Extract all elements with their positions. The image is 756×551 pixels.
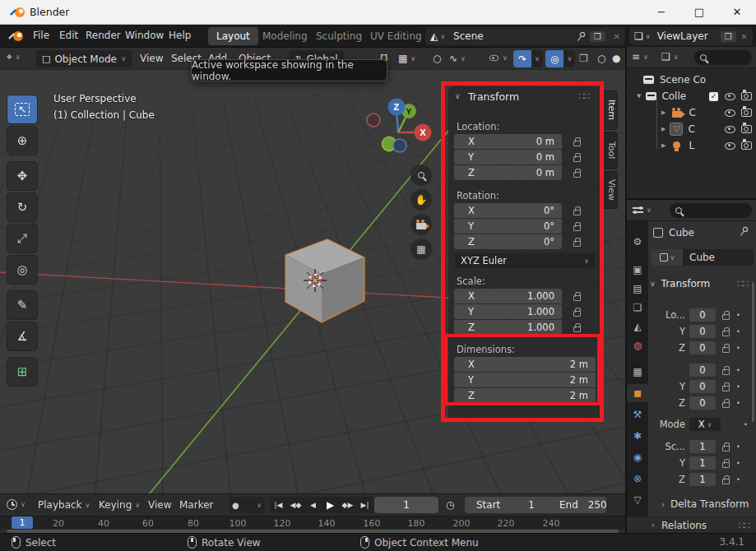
gizmo-toggle[interactable]: ↷ ∨ <box>513 50 543 67</box>
lock-icon[interactable] <box>722 479 730 484</box>
render-visibility-icon[interactable] <box>741 109 752 117</box>
play-reverse-button[interactable]: ◀ <box>304 501 322 509</box>
lock-icon[interactable] <box>573 141 581 146</box>
viewlayer-icon[interactable]: ❏∨ <box>629 27 656 45</box>
outliner-row-collection[interactable]: ▼ Colle ✓ <box>627 88 756 104</box>
drag-handle-icon[interactable]: ∷∷ <box>739 520 749 531</box>
relations-panel-header[interactable]: › Relations ∷∷ <box>627 516 756 533</box>
tab-workspace-layout[interactable]: Layout <box>208 27 258 45</box>
jump-to-start-button[interactable]: |◀ <box>270 501 287 509</box>
proportional-edit-icon[interactable]: ○ <box>433 53 441 64</box>
lock-icon[interactable] <box>722 446 730 451</box>
hide-eye-icon[interactable] <box>725 109 735 117</box>
record-options-icon[interactable]: ∨ <box>257 502 262 509</box>
playback-menu[interactable]: Playback∨ <box>38 499 90 511</box>
lock-icon[interactable] <box>573 172 581 178</box>
rotation-mode-dropdown[interactable]: XYZ Euler∨ <box>455 253 595 268</box>
current-frame-badge[interactable]: 1 <box>12 516 33 529</box>
prop-location-z-row[interactable]: Z0• <box>650 341 740 354</box>
outliner-row-light[interactable]: ▶ L <box>627 137 756 154</box>
lock-icon[interactable] <box>722 462 730 468</box>
animate-dot[interactable]: • <box>736 345 740 352</box>
sidebar-tab-tool[interactable]: Tool <box>601 132 618 169</box>
menu-edit[interactable]: Edit <box>59 30 78 41</box>
collection-checkbox[interactable]: ✓ <box>709 92 718 101</box>
current-frame-field[interactable]: 1 <box>374 497 438 513</box>
lock-icon[interactable] <box>573 241 581 247</box>
tool-select-box-button[interactable]: ↖ <box>7 95 38 124</box>
scale-y-field[interactable]: Y1.000 <box>454 304 562 319</box>
render-visibility-icon[interactable] <box>741 92 752 100</box>
prop-location-x-row[interactable]: Lo...0• <box>650 308 740 322</box>
new-scene-button[interactable]: ❐ <box>590 31 605 42</box>
pan-button[interactable]: ✋ <box>410 189 432 211</box>
tool-annotate-button[interactable]: ✎ <box>7 290 38 320</box>
tab-object-data[interactable]: ▽ <box>627 491 648 509</box>
delta-transform-panel-header[interactable]: ›Delta Transform <box>661 498 749 510</box>
prop-location-y-row[interactable]: Y0• <box>650 325 740 338</box>
menu-file[interactable]: File <box>33 30 49 41</box>
lock-icon[interactable] <box>722 347 730 353</box>
expand-icon[interactable]: ▶ <box>661 109 666 116</box>
scene-name[interactable]: Scene <box>450 30 576 42</box>
tab-workspace-modeling[interactable]: Modeling <box>254 27 316 45</box>
minimize-button[interactable]: − <box>642 0 680 25</box>
drag-handle-icon[interactable]: ∷∷ <box>578 90 589 102</box>
snap-target-button[interactable]: ▦∨ <box>398 53 415 64</box>
object-type-dropdown[interactable]: ∨ <box>652 249 683 266</box>
scale-z-field[interactable]: Z1.000 <box>454 320 562 335</box>
lock-icon[interactable] <box>722 369 730 375</box>
editor-type-button[interactable]: ⌖∨ <box>7 51 21 63</box>
lock-icon[interactable] <box>573 156 581 162</box>
shading-solid-icon[interactable]: ● <box>612 53 620 64</box>
prop-rotation-mode-row[interactable]: ModeX∨• <box>650 418 748 431</box>
prev-keyframe-button[interactable]: ◀◆ <box>287 501 304 509</box>
sidebar-tab-item[interactable]: Item <box>601 90 618 130</box>
object-visibility-button[interactable]: ∨ <box>489 54 508 62</box>
lock-icon[interactable] <box>573 210 581 215</box>
new-viewlayer-button[interactable]: ❐ <box>721 31 736 42</box>
zoom-button[interactable] <box>410 164 432 186</box>
tab-tool[interactable]: ⚙ <box>627 233 648 251</box>
lock-icon[interactable] <box>573 326 581 332</box>
animate-dot[interactable]: • <box>736 476 740 484</box>
expand-icon[interactable]: ▶ <box>661 142 666 149</box>
outliner-row-cube[interactable]: ▶ ▽ C <box>627 121 756 137</box>
rotation-x-field[interactable]: X0° <box>454 203 562 218</box>
overlays-toggle[interactable]: ◎ ∨ <box>545 50 575 67</box>
prop-scale-z-row[interactable]: Z1• <box>650 473 740 486</box>
transform-panel-header[interactable]: ∨ Transform <box>650 278 710 289</box>
breadcrumb-object-name[interactable]: Cube <box>669 227 694 238</box>
animate-dot[interactable]: • <box>736 400 740 407</box>
animate-dot[interactable]: • <box>736 383 740 391</box>
next-keyframe-button[interactable]: ◆▶ <box>339 501 356 509</box>
scale-x-field[interactable]: X1.000 <box>454 289 562 303</box>
ortho-toggle-button[interactable]: ▦ <box>410 238 432 260</box>
outliner-row-camera[interactable]: ▶ C <box>627 104 756 121</box>
tab-constraints[interactable]: ⊗ <box>627 470 648 488</box>
properties-editor-type-button[interactable]: ∨ <box>633 206 652 215</box>
object-name-field[interactable]: Cube <box>683 249 754 266</box>
dimensions-z-field[interactable]: Z2 m <box>454 388 596 403</box>
tool-add-cube-button[interactable]: ⊞ <box>7 357 38 387</box>
tool-rotate-button[interactable]: ↻ <box>7 192 38 222</box>
lock-icon[interactable] <box>722 314 730 320</box>
tab-output[interactable]: ▤ <box>627 280 648 298</box>
properties-search-input[interactable] <box>670 203 752 218</box>
timeline-editor-type-button[interactable]: ∨ <box>7 499 26 510</box>
rotation-y-field[interactable]: Y0° <box>454 219 562 234</box>
animate-dot[interactable]: • <box>736 367 740 374</box>
lock-icon[interactable] <box>573 295 581 301</box>
navigation-gizmo[interactable]: Y Z X <box>362 95 436 169</box>
animate-dot[interactable]: • <box>736 312 740 319</box>
animate-dot[interactable]: • <box>736 443 740 451</box>
jump-to-end-button[interactable]: ▶| <box>356 501 373 509</box>
location-z-field[interactable]: Z0 m <box>454 165 562 180</box>
remove-scene-button[interactable]: ✕ <box>609 32 625 41</box>
falloff-button[interactable]: ∿∨ <box>449 53 466 64</box>
prop-rotation-z-row[interactable]: Z0• <box>650 396 740 410</box>
lock-icon[interactable] <box>722 386 730 391</box>
tab-view-layer[interactable]: ❏ <box>627 299 648 317</box>
location-x-field[interactable]: X0 m <box>454 134 562 149</box>
tab-scene[interactable]: ◭ <box>627 317 648 336</box>
